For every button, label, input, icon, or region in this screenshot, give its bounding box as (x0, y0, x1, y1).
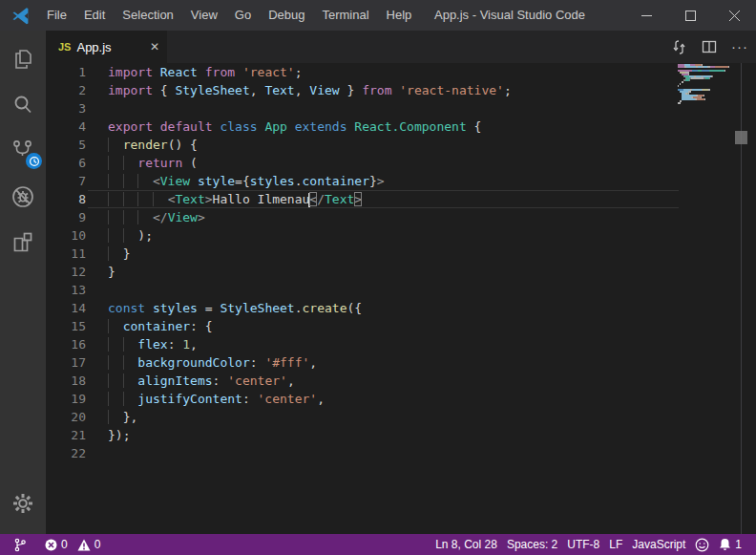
split-editor-icon (702, 39, 717, 54)
code-line-8[interactable]: 8 <Text>Hallo Ilmenau</Text> (46, 190, 675, 208)
close-window-button[interactable] (712, 0, 756, 31)
code-text: flex: 1, (108, 335, 675, 353)
code-line-16[interactable]: 16 flex: 1, (46, 335, 675, 353)
menu-view[interactable]: View (182, 0, 226, 31)
code-line-20[interactable]: 20 }, (46, 408, 675, 426)
code-line-2[interactable]: 2import { StyleSheet, Text, View } from … (46, 81, 675, 99)
debug-icon (10, 183, 36, 210)
vscode-logo-icon (10, 5, 31, 26)
sidebar-item-explorer[interactable] (0, 36, 46, 82)
eol-indicator[interactable]: LF (604, 534, 627, 555)
maximize-button[interactable] (668, 0, 712, 31)
javascript-file-icon: JS (58, 41, 71, 53)
code-text: const styles = StyleSheet.create({ (108, 299, 675, 317)
menu-selection[interactable]: Selection (114, 0, 181, 31)
line-number: 5 (46, 136, 86, 154)
sync-changes-icon (671, 39, 687, 55)
line-number: 8 (46, 190, 86, 208)
menu-go[interactable]: Go (226, 0, 260, 31)
git-branch-item[interactable] (10, 534, 31, 555)
minimap[interactable] (678, 64, 737, 106)
warnings-icon (77, 539, 91, 551)
line-number: 7 (46, 172, 86, 190)
code-text: import React from 'react'; (108, 63, 675, 81)
line-number: 13 (46, 281, 86, 299)
git-branch-icon (14, 538, 26, 552)
code-line-3[interactable]: 3 (46, 99, 675, 117)
tab-bar: JS App.js ✕ ··· (46, 31, 756, 63)
manage-button[interactable] (0, 480, 46, 526)
code-text: <Text>Hallo Ilmenau</Text> (108, 190, 675, 208)
code-line-12[interactable]: 12} (46, 263, 675, 281)
line-number: 11 (46, 245, 86, 263)
window-title: App.js - Visual Studio Code (434, 0, 585, 31)
code-line-17[interactable]: 17 backgroundColor: '#fff', (46, 353, 675, 372)
line-number: 17 (46, 353, 86, 372)
code-text: }, (108, 408, 675, 426)
code-line-19[interactable]: 19 justifyContent: 'center', (46, 390, 675, 408)
status-right: Ln 8, Col 28 Spaces: 2 UTF-8 LF JavaScri… (430, 534, 746, 555)
clock-icon (29, 156, 40, 167)
code-line-6[interactable]: 6 return ( (46, 154, 675, 172)
sidebar-item-extensions[interactable] (0, 220, 46, 266)
maximize-icon (685, 11, 696, 21)
feedback-item[interactable] (690, 534, 714, 555)
warnings-item[interactable]: 0 (73, 534, 106, 555)
code-text: }); (108, 426, 675, 444)
code-line-14[interactable]: 14const styles = StyleSheet.create({ (46, 299, 675, 317)
split-editor-button[interactable] (699, 36, 720, 57)
code-text: backgroundColor: '#fff', (108, 353, 675, 372)
sync-changes-button[interactable] (668, 36, 689, 57)
code-line-4[interactable]: 4export default class App extends React.… (46, 117, 675, 136)
notifications-item[interactable]: 1 (714, 534, 746, 555)
sidebar-item-search[interactable] (0, 82, 46, 128)
language-mode[interactable]: JavaScript (627, 534, 690, 555)
close-tab-icon[interactable]: ✕ (150, 40, 159, 53)
errors-item[interactable]: 0 (40, 534, 73, 555)
code-text: render() { (108, 136, 675, 154)
line-number: 10 (46, 226, 86, 245)
sidebar-item-debug[interactable] (0, 174, 46, 220)
code-line-11[interactable]: 11 } (46, 245, 675, 263)
menu-debug[interactable]: Debug (260, 0, 313, 31)
line-number: 20 (46, 408, 86, 426)
line-number: 2 (46, 81, 86, 99)
code-line-21[interactable]: 21}); (46, 426, 675, 444)
files-icon (10, 47, 35, 72)
menu-file[interactable]: File (38, 0, 75, 31)
code-line-10[interactable]: 10 ); (46, 226, 675, 245)
code-text: import { StyleSheet, Text, View } from '… (108, 81, 675, 99)
code-line-13[interactable]: 13 (46, 281, 675, 299)
code-line-18[interactable]: 18 alignItems: 'center', (46, 372, 675, 390)
code-line-22[interactable]: 22 (46, 444, 675, 462)
code-line-9[interactable]: 9 </View> (46, 208, 675, 226)
code-line-1[interactable]: 1import React from 'react'; (46, 63, 675, 81)
line-number: 21 (46, 426, 86, 444)
more-actions-button[interactable]: ··· (729, 36, 750, 57)
code-line-7[interactable]: 7 <View style={styles.container}> (46, 172, 675, 190)
status-left: 0 0 (10, 534, 105, 555)
title-bar: FileEditSelectionViewGoDebugTerminalHelp… (0, 0, 756, 31)
menu-help[interactable]: Help (378, 0, 421, 31)
menu-edit[interactable]: Edit (75, 0, 114, 31)
notifications-count: 1 (735, 538, 742, 551)
code-line-5[interactable]: 5 render() { (46, 136, 675, 154)
line-number: 1 (46, 63, 86, 81)
minimize-button[interactable] (624, 0, 668, 31)
cursor-position[interactable]: Ln 8, Col 28 (430, 534, 502, 555)
code-text: } (108, 263, 675, 281)
editor-actions: ··· (668, 31, 750, 63)
code-text: } (108, 245, 675, 263)
status-bar: 0 0 Ln 8, Col 28 Spaces: 2 UTF-8 LF Java… (0, 534, 756, 555)
vscode-window: FileEditSelectionViewGoDebugTerminalHelp… (0, 0, 756, 555)
code-text: justifyContent: 'center', (108, 390, 675, 408)
indentation[interactable]: Spaces: 2 (502, 534, 562, 555)
code-line-15[interactable]: 15 container: { (46, 317, 675, 335)
activity-bar (0, 31, 46, 534)
code-editor[interactable]: 1import React from 'react';2import { Sty… (46, 63, 675, 462)
sidebar-item-source-control[interactable] (0, 128, 46, 174)
line-number: 19 (46, 390, 86, 408)
menu-terminal[interactable]: Terminal (313, 0, 377, 31)
tab-appjs[interactable]: JS App.js ✕ (46, 31, 167, 63)
encoding[interactable]: UTF-8 (562, 534, 604, 555)
